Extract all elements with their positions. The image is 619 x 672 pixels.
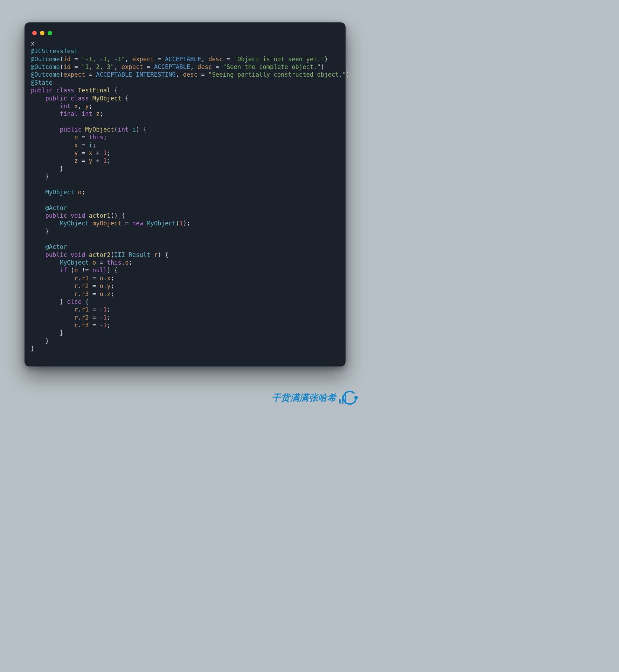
code-token: = (71, 63, 82, 70)
code-token (74, 189, 78, 196)
code-token: y (85, 103, 89, 110)
code-token: desc (208, 56, 223, 63)
code-token: 1 (103, 149, 107, 156)
code-token: o (78, 189, 82, 196)
code-token: 1 (103, 322, 107, 329)
code-token: { (111, 87, 118, 94)
code-token: r2 (82, 314, 89, 321)
code-token (31, 149, 74, 156)
code-token: TestFinal (78, 87, 111, 94)
code-token (31, 259, 60, 266)
code-token: { (82, 298, 89, 305)
code-token: id (63, 56, 71, 63)
code-token: this (107, 259, 121, 266)
code-token: . (78, 314, 82, 321)
code-token: = (96, 259, 107, 266)
code-token: } (31, 165, 63, 172)
code-token (31, 275, 74, 282)
zoom-icon[interactable] (48, 31, 52, 35)
watermark-text: 干货满满张哈希 (272, 392, 337, 404)
code-token (31, 204, 45, 211)
code-token: MyObject (60, 259, 89, 266)
watermark-logo-icon (339, 389, 363, 406)
code-token (31, 134, 74, 141)
code-token (31, 103, 60, 110)
code-token: x (107, 275, 110, 282)
code-token: = (78, 142, 89, 149)
code-token (31, 126, 60, 133)
code-token: void (71, 212, 85, 219)
code-token: . (78, 275, 82, 282)
code-token: = (78, 134, 89, 141)
code-token: ) { (136, 126, 147, 133)
code-token: MyObject (92, 95, 121, 102)
code-token: ACCEPTABLE (165, 56, 201, 63)
code-token: ; (128, 259, 132, 266)
code-token: ; (107, 149, 110, 156)
code-token (31, 290, 74, 298)
code-token: z (107, 290, 110, 298)
code-token: ( (114, 126, 118, 133)
code-token: , (190, 63, 197, 70)
code-token: r (74, 290, 78, 298)
code-token: . (103, 290, 107, 298)
code-token: ( (67, 267, 75, 274)
code-token: ; (103, 134, 107, 141)
code-token: = - (89, 306, 103, 313)
code-token: = (223, 56, 234, 63)
code-token: 1 (103, 314, 107, 321)
code-token: r (74, 275, 78, 282)
code-token: = (78, 149, 89, 156)
code-token: ; (111, 282, 114, 289)
code-token: public (60, 126, 82, 133)
code-token: , (78, 103, 85, 110)
code-token (89, 259, 92, 266)
code-token: ACCEPTABLE (154, 63, 190, 70)
code-token: o (100, 282, 103, 289)
code-token: void (71, 251, 85, 258)
code-token: } (31, 337, 49, 344)
code-token: ) { (107, 267, 118, 274)
code-token: r3 (82, 290, 89, 298)
code-token: "Object is not seen yet." (234, 56, 325, 63)
code-token: } (31, 228, 49, 235)
code-token: r (74, 322, 78, 329)
code-token: ) (321, 63, 324, 70)
code-token (31, 157, 74, 164)
code-token: . (78, 282, 82, 289)
code-token: int (118, 126, 128, 133)
close-icon[interactable] (32, 31, 37, 35)
code-token (31, 189, 45, 196)
code-token: != (78, 267, 92, 274)
code-token (31, 212, 45, 219)
code-token: . (103, 275, 107, 282)
code-token: o (74, 267, 78, 274)
code-token: expect (121, 63, 143, 70)
code-token: . (103, 282, 107, 289)
code-token: if (60, 267, 67, 274)
code-token: @Outcome (31, 56, 60, 63)
code-token (151, 251, 154, 258)
code-token: = (78, 157, 89, 164)
code-token: } (31, 173, 49, 180)
code-token: myObject (92, 220, 121, 227)
code-token: x (74, 142, 78, 149)
code-token: MyObject (60, 220, 89, 227)
code-token: , (201, 56, 208, 63)
code-token (31, 251, 45, 258)
code-token: 1 (179, 220, 183, 227)
code-token (128, 126, 132, 133)
code-token: = (121, 220, 132, 227)
code-token: desc (197, 63, 212, 70)
code-token: r (74, 306, 78, 313)
code-token: i (89, 142, 92, 149)
code-token: id (63, 63, 71, 70)
code-token: "-1, -1, -1" (82, 56, 125, 63)
code-token (31, 220, 60, 227)
minimize-icon[interactable] (40, 31, 44, 35)
code-token: ; (107, 157, 110, 164)
code-token: ( (60, 71, 63, 78)
code-token: desc (183, 71, 197, 78)
code-token: ) { (158, 251, 168, 258)
code-token: { (121, 95, 129, 102)
